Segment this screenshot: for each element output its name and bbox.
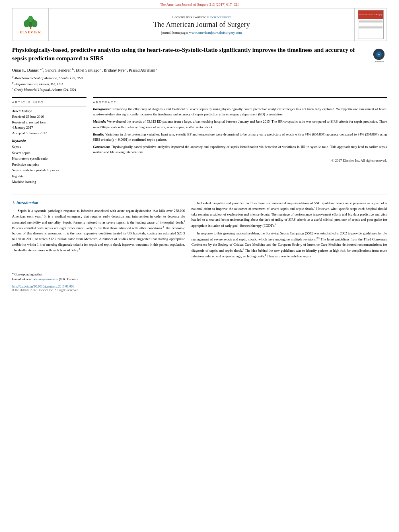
article-keywords: Keywords: Sepsis Severe sepsis Heart rat… xyxy=(12,139,86,185)
conclusion-label: Conclusion: xyxy=(93,145,110,149)
email-link[interactable]: odanner@msm.edu xyxy=(33,277,58,281)
svg-point-4 xyxy=(28,16,33,22)
science-direct-link[interactable]: ScienceDirect xyxy=(210,15,230,19)
svg-point-3 xyxy=(32,20,37,27)
corresponding-author-note: * Corresponding author. xyxy=(12,272,387,277)
abstract-results: Results: Variations in three presenting … xyxy=(93,132,387,142)
article-history-title: Article history: xyxy=(12,109,86,113)
abstract-methods: Methods: We evaluated the records of 53,… xyxy=(93,119,387,129)
article-info-label: ARTICLE INFO xyxy=(12,101,86,104)
accepted-date: Accepted 5 January 2017 xyxy=(12,131,86,136)
keyword-4: Predictive analytics xyxy=(12,162,86,167)
intro-body-right: Individual hospitals and provider facili… xyxy=(191,201,387,259)
svg-point-2 xyxy=(24,20,29,27)
crossmark-icon xyxy=(373,49,385,60)
email-note: E-mail address: odanner@msm.edu (O.K. Da… xyxy=(12,277,387,282)
keyword-2: Severe sepsis xyxy=(12,150,86,156)
footnotes-area: * Corresponding author. E-mail address: … xyxy=(12,270,387,283)
results-label: Results: xyxy=(93,132,104,136)
revised-date: 4 January 2017 xyxy=(12,125,86,131)
abstract-background: Background: Enhancing the efficiency of … xyxy=(93,107,387,117)
article-info-box: Article history: Received 25 June 2016 R… xyxy=(12,107,86,185)
elsevier-logo-area: ELSEVIER xyxy=(12,8,49,41)
bottom-bar: http://dx.doi.org/10.1016/j.amjsurg.2017… xyxy=(12,285,387,292)
section-divider xyxy=(12,195,387,195)
journal-header: ELSEVIER Contents lists available at Sci… xyxy=(12,8,387,41)
methods-text: We evaluated the records of 53,313 ED pa… xyxy=(93,119,387,129)
abstract-label: ABSTRACT xyxy=(93,101,387,104)
article-info-column: ARTICLE INFO Article history: Received 2… xyxy=(12,97,86,188)
journal-homepage-line: journal homepage: www.americanjournalofs… xyxy=(53,31,350,35)
journal-thumb-text: American Journal of Surgery xyxy=(359,14,382,16)
affil-b: b Performametrics, Boston, MA, USA xyxy=(12,81,387,87)
keyword-3: Heart rate to systolic ratio xyxy=(12,156,86,161)
authors-line: Omar K. Danner a,*, Sandra Hendren b, Et… xyxy=(12,68,387,72)
received-revised-label: Received in revised form xyxy=(12,120,86,125)
received-date: Received 25 June 2016 xyxy=(12,114,86,120)
abstract-conclusion: Conclusion: Physiologically-based predic… xyxy=(93,144,387,155)
elsevier-logo: ELSEVIER xyxy=(20,15,41,34)
abstract-text: Background: Enhancing the efficiency of … xyxy=(93,107,387,164)
results-text: Variations in three presenting variables… xyxy=(93,132,387,142)
abstract-column: ABSTRACT Background: Enhancing the effic… xyxy=(93,97,387,188)
article-history: Article history: Received 25 June 2016 R… xyxy=(12,109,86,136)
issn-line: 0002-9610/© 2017 Elsevier Inc. All right… xyxy=(12,288,387,292)
intro-section-title: 1. Introduction xyxy=(12,201,185,205)
journal-name-header: The American Journal of Surgery xyxy=(53,21,350,29)
affil-a: a Morehouse School of Medicine, Atlanta,… xyxy=(12,75,387,81)
intro-right-col: Individual hospitals and provider facili… xyxy=(191,201,387,262)
article-title-section: Physiologically-based, predictive analyt… xyxy=(12,46,387,64)
crossmark-label: CrossMark xyxy=(374,60,385,63)
affil-c: c Grady Memorial Hospital, Atlanta, GA, … xyxy=(12,86,387,92)
intro-para-2: Individual hospitals and provider facili… xyxy=(191,201,387,229)
keywords-list: Sepsis Severe sepsis Heart rate to systo… xyxy=(12,144,86,185)
keyword-7: Machine learning xyxy=(12,179,86,185)
intro-left-col: 1. Introduction Sepsis is a systemic pat… xyxy=(12,201,185,262)
introduction-section: 1. Introduction Sepsis is a systemic pat… xyxy=(12,201,387,262)
journal-citation: The American Journal of Surgery 213 (201… xyxy=(0,0,399,8)
elsevier-wordmark: ELSEVIER xyxy=(20,30,41,34)
conclusion-text: Physiologically-based predictive analyti… xyxy=(93,145,387,154)
affiliations: a Morehouse School of Medicine, Atlanta,… xyxy=(12,75,387,92)
intro-body-left: Sepsis is a systemic pathologic response… xyxy=(12,208,185,253)
elsevier-tree-icon xyxy=(22,15,39,29)
journal-title-area: Contents lists available at ScienceDirec… xyxy=(49,12,354,38)
journal-thumbnail-area: American Journal of Surgery xyxy=(354,8,387,41)
keywords-title: Keywords: xyxy=(12,139,86,143)
content-area: Physiologically-based, predictive analyt… xyxy=(12,41,387,267)
doi-line[interactable]: http://dx.doi.org/10.1016/j.amjsurg.2017… xyxy=(12,285,387,288)
journal-thumbnail: American Journal of Surgery xyxy=(358,10,384,39)
crossmark-badge[interactable]: CrossMark xyxy=(371,47,387,64)
background-label: Background: xyxy=(93,107,111,111)
science-direct-line: Contents lists available at ScienceDirec… xyxy=(53,15,350,19)
article-title: Physiologically-based, predictive analyt… xyxy=(12,46,367,63)
keyword-6: Big data xyxy=(12,173,86,179)
article-info-abstract: ARTICLE INFO Article history: Received 2… xyxy=(12,97,387,188)
keyword-5: Sepsis predictive probability index xyxy=(12,167,86,173)
methods-label: Methods: xyxy=(93,119,106,123)
intro-para-3: In response to this growing national pro… xyxy=(191,231,387,259)
copyright-line: © 2017 Elsevier Inc. All rights reserved… xyxy=(93,158,387,163)
keyword-1: Sepsis xyxy=(12,144,86,150)
journal-homepage-link[interactable]: www.americanjournalofsurgery.com xyxy=(189,31,242,35)
intro-para-1: Sepsis is a systemic pathologic response… xyxy=(12,208,185,253)
background-text: Enhancing the efficiency of diagnosis an… xyxy=(93,107,387,116)
